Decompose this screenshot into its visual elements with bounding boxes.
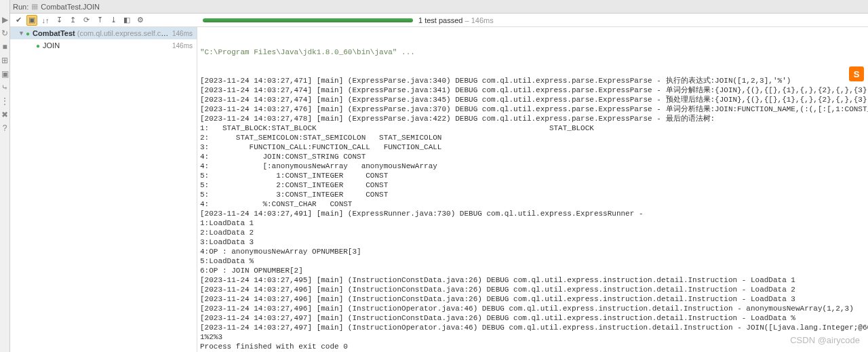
layout-icon[interactable]: ⊞ [0, 56, 9, 65]
run-title: CombatTest.JOIN [41, 3, 100, 11]
tests-dash: – [462, 16, 471, 24]
test-progress-bar [203, 18, 413, 22]
tree-child-row[interactable]: ● JOIN 146ms [10, 39, 197, 52]
tests-duration: 146ms [471, 16, 494, 24]
expand-icon[interactable]: ↥ [67, 15, 78, 26]
close-icon[interactable]: ✖ [0, 110, 9, 119]
run-label: Run: [13, 3, 28, 11]
rerun-icon[interactable]: ↻ [0, 28, 9, 38]
test-class-name: CombatTest [33, 29, 75, 37]
export-icon[interactable]: ⤷ [0, 83, 9, 92]
tests-passed-label: 1 test passed [418, 16, 462, 24]
expand-arrow-icon[interactable]: ▼ [18, 30, 24, 37]
collapse-icon[interactable]: ↧ [54, 15, 64, 26]
test-method-duration: 146ms [172, 42, 193, 50]
test-config-icon: ▦ [31, 2, 38, 11]
test-status: 1 test passed – 146ms [418, 16, 494, 24]
more-icon[interactable]: ⋮ [0, 96, 9, 106]
stop-icon[interactable]: ■ [0, 42, 9, 52]
prev-fail-icon[interactable]: ⤒ [94, 15, 105, 26]
rerun-failed-icon[interactable]: ⟳ [81, 15, 92, 26]
test-class-duration: 146ms [172, 30, 193, 37]
console-output[interactable]: "C:\Program Files\Java\jdk1.8.0_60\bin\j… [197, 27, 868, 352]
show-ignored-icon[interactable]: ▣ [26, 15, 37, 26]
ok-icon: ● [36, 42, 40, 50]
import-icon[interactable]: ◧ [121, 15, 132, 26]
ok-icon: ● [26, 30, 30, 37]
test-toolbar: ✔ ▣ ↓↑ ↧ ↥ ⟳ ⤒ ⤓ ◧ ⚙ 1 test passed – 146… [10, 14, 868, 27]
run-tab-bar: Run: ▦ CombatTest.JOIN [10, 0, 868, 14]
test-package: (com.ql.util.express.self.combat) [77, 29, 172, 37]
tree-root-row[interactable]: ▼ ● CombatTest (com.ql.util.express.self… [10, 27, 197, 39]
test-method-name: JOIN [43, 41, 172, 50]
left-tool-gutter: ▶ ↻ ■ ⊞ ▣ ⤷ ⋮ ✖ ? [0, 0, 10, 352]
console-log-lines: [2023-11-24 14:03:27,471] [main] (Expres… [200, 76, 868, 351]
show-passed-icon[interactable]: ✔ [13, 15, 24, 26]
sort-icon[interactable]: ↓↑ [40, 15, 51, 26]
csdn-watermark: CSDN @airycode [790, 335, 860, 345]
run-icon[interactable]: ▶ [0, 15, 9, 24]
next-fail-icon[interactable]: ⤓ [108, 15, 119, 26]
test-tree[interactable]: ▼ ● CombatTest (com.ql.util.express.self… [10, 27, 197, 352]
sogou-badge-icon: S [849, 66, 864, 81]
console-cmd-line: "C:\Program Files\Java\jdk1.8.0_60\bin\j… [200, 47, 868, 57]
pin-icon[interactable]: ▣ [0, 69, 9, 79]
settings-icon[interactable]: ⚙ [135, 15, 146, 26]
help-icon[interactable]: ? [0, 123, 9, 133]
